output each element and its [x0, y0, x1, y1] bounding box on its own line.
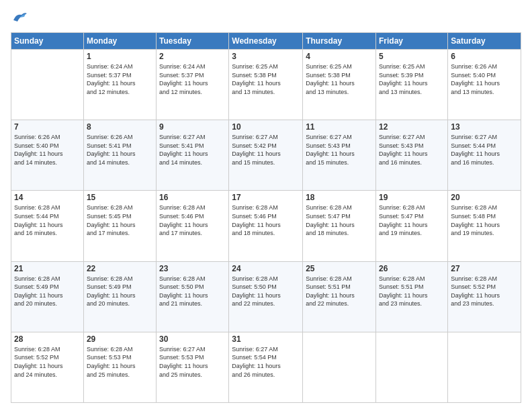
day-number: 18 — [306, 193, 373, 202]
day-info: Sunrise: 6:28 AM Sunset: 5:52 PM Dayligh… — [451, 275, 518, 308]
day-number: 13 — [451, 122, 518, 132]
day-number: 21 — [14, 264, 81, 273]
day-number: 6 — [451, 52, 518, 61]
day-info: Sunrise: 6:27 AM Sunset: 5:41 PM Dayligh… — [159, 133, 226, 167]
col-header-friday: Friday — [376, 33, 448, 50]
day-cell: 27Sunrise: 6:28 AM Sunset: 5:52 PM Dayli… — [448, 261, 521, 332]
col-header-saturday: Saturday — [448, 33, 521, 50]
day-cell: 15Sunrise: 6:28 AM Sunset: 5:45 PM Dayli… — [83, 191, 156, 261]
day-cell — [376, 332, 448, 402]
day-info: Sunrise: 6:28 AM Sunset: 5:47 PM Dayligh… — [379, 203, 445, 237]
day-info: Sunrise: 6:28 AM Sunset: 5:51 PM Dayligh… — [379, 275, 445, 308]
col-header-sunday: Sunday — [11, 33, 84, 50]
page: SundayMondayTuesdayWednesdayThursdayFrid… — [0, 0, 532, 411]
header-row: SundayMondayTuesdayWednesdayThursdayFrid… — [11, 33, 521, 50]
day-cell: 5Sunrise: 6:25 AM Sunset: 5:39 PM Daylig… — [376, 50, 448, 120]
calendar-table: SundayMondayTuesdayWednesdayThursdayFrid… — [11, 32, 521, 403]
week-row-2: 14Sunrise: 6:28 AM Sunset: 5:44 PM Dayli… — [11, 191, 521, 261]
day-info: Sunrise: 6:24 AM Sunset: 5:37 PM Dayligh… — [87, 62, 153, 96]
day-cell: 14Sunrise: 6:28 AM Sunset: 5:44 PM Dayli… — [11, 191, 84, 261]
day-number: 25 — [306, 264, 373, 273]
day-info: Sunrise: 6:28 AM Sunset: 5:50 PM Dayligh… — [159, 275, 226, 308]
day-info: Sunrise: 6:27 AM Sunset: 5:53 PM Dayligh… — [159, 345, 226, 379]
day-number: 14 — [14, 193, 81, 202]
day-cell: 13Sunrise: 6:27 AM Sunset: 5:44 PM Dayli… — [448, 120, 521, 191]
day-cell: 26Sunrise: 6:28 AM Sunset: 5:51 PM Dayli… — [376, 261, 448, 332]
day-cell: 6Sunrise: 6:26 AM Sunset: 5:40 PM Daylig… — [448, 50, 521, 120]
day-info: Sunrise: 6:27 AM Sunset: 5:43 PM Dayligh… — [379, 133, 445, 167]
day-cell: 18Sunrise: 6:28 AM Sunset: 5:47 PM Dayli… — [303, 191, 376, 261]
day-info: Sunrise: 6:25 AM Sunset: 5:39 PM Dayligh… — [379, 62, 445, 96]
day-info: Sunrise: 6:25 AM Sunset: 5:38 PM Dayligh… — [306, 62, 373, 96]
day-info: Sunrise: 6:27 AM Sunset: 5:54 PM Dayligh… — [232, 345, 300, 379]
day-number: 16 — [159, 193, 226, 202]
day-info: Sunrise: 6:24 AM Sunset: 5:37 PM Dayligh… — [159, 62, 226, 96]
day-cell: 2Sunrise: 6:24 AM Sunset: 5:37 PM Daylig… — [157, 50, 229, 120]
week-row-1: 7Sunrise: 6:26 AM Sunset: 5:40 PM Daylig… — [11, 120, 521, 191]
day-cell: 19Sunrise: 6:28 AM Sunset: 5:47 PM Dayli… — [376, 191, 448, 261]
day-info: Sunrise: 6:28 AM Sunset: 5:44 PM Dayligh… — [14, 203, 81, 237]
day-info: Sunrise: 6:27 AM Sunset: 5:43 PM Dayligh… — [306, 133, 373, 167]
day-cell: 30Sunrise: 6:27 AM Sunset: 5:53 PM Dayli… — [157, 332, 229, 402]
day-cell: 28Sunrise: 6:28 AM Sunset: 5:52 PM Dayli… — [11, 332, 84, 402]
day-cell: 31Sunrise: 6:27 AM Sunset: 5:54 PM Dayli… — [229, 332, 303, 402]
col-header-monday: Monday — [83, 33, 156, 50]
day-number: 27 — [451, 264, 518, 273]
day-number: 17 — [232, 193, 300, 202]
day-info: Sunrise: 6:28 AM Sunset: 5:53 PM Dayligh… — [87, 345, 153, 379]
day-number: 12 — [379, 122, 445, 132]
logo — [11, 8, 32, 27]
day-number: 5 — [379, 52, 445, 61]
day-info: Sunrise: 6:28 AM Sunset: 5:48 PM Dayligh… — [451, 203, 518, 237]
logo-icon — [11, 8, 30, 27]
week-row-3: 21Sunrise: 6:28 AM Sunset: 5:49 PM Dayli… — [11, 261, 521, 332]
day-cell: 11Sunrise: 6:27 AM Sunset: 5:43 PM Dayli… — [303, 120, 376, 191]
day-cell: 12Sunrise: 6:27 AM Sunset: 5:43 PM Dayli… — [376, 120, 448, 191]
day-info: Sunrise: 6:28 AM Sunset: 5:46 PM Dayligh… — [159, 203, 226, 237]
col-header-wednesday: Wednesday — [229, 33, 303, 50]
day-cell: 24Sunrise: 6:28 AM Sunset: 5:50 PM Dayli… — [229, 261, 303, 332]
day-number: 24 — [232, 264, 300, 273]
day-number: 10 — [232, 122, 300, 132]
week-row-0: 1Sunrise: 6:24 AM Sunset: 5:37 PM Daylig… — [11, 50, 521, 120]
day-info: Sunrise: 6:28 AM Sunset: 5:46 PM Dayligh… — [232, 203, 300, 237]
day-info: Sunrise: 6:28 AM Sunset: 5:49 PM Dayligh… — [14, 275, 81, 308]
day-cell: 23Sunrise: 6:28 AM Sunset: 5:50 PM Dayli… — [157, 261, 229, 332]
week-row-4: 28Sunrise: 6:28 AM Sunset: 5:52 PM Dayli… — [11, 332, 521, 402]
day-number: 2 — [159, 52, 226, 61]
day-number: 22 — [87, 264, 153, 273]
day-number: 20 — [451, 193, 518, 202]
col-header-thursday: Thursday — [303, 33, 376, 50]
day-number: 1 — [87, 52, 153, 61]
day-cell: 16Sunrise: 6:28 AM Sunset: 5:46 PM Dayli… — [157, 191, 229, 261]
day-cell — [11, 50, 84, 120]
day-number: 11 — [306, 122, 373, 132]
day-cell: 7Sunrise: 6:26 AM Sunset: 5:40 PM Daylig… — [11, 120, 84, 191]
day-info: Sunrise: 6:26 AM Sunset: 5:41 PM Dayligh… — [87, 133, 153, 167]
day-number: 4 — [306, 52, 373, 61]
day-number: 30 — [159, 334, 226, 344]
day-cell: 25Sunrise: 6:28 AM Sunset: 5:51 PM Dayli… — [303, 261, 376, 332]
day-number: 15 — [87, 193, 153, 202]
day-number: 3 — [232, 52, 300, 61]
day-info: Sunrise: 6:26 AM Sunset: 5:40 PM Dayligh… — [451, 62, 518, 96]
header — [11, 8, 521, 27]
day-number: 7 — [14, 122, 81, 132]
day-cell: 10Sunrise: 6:27 AM Sunset: 5:42 PM Dayli… — [229, 120, 303, 191]
day-cell: 17Sunrise: 6:28 AM Sunset: 5:46 PM Dayli… — [229, 191, 303, 261]
day-info: Sunrise: 6:26 AM Sunset: 5:40 PM Dayligh… — [14, 133, 81, 167]
day-number: 23 — [159, 264, 226, 273]
day-number: 19 — [379, 193, 445, 202]
day-info: Sunrise: 6:28 AM Sunset: 5:47 PM Dayligh… — [306, 203, 373, 237]
day-info: Sunrise: 6:27 AM Sunset: 5:44 PM Dayligh… — [451, 133, 518, 167]
day-cell: 4Sunrise: 6:25 AM Sunset: 5:38 PM Daylig… — [303, 50, 376, 120]
day-cell: 8Sunrise: 6:26 AM Sunset: 5:41 PM Daylig… — [83, 120, 156, 191]
day-number: 28 — [14, 334, 81, 344]
day-cell: 3Sunrise: 6:25 AM Sunset: 5:38 PM Daylig… — [229, 50, 303, 120]
day-number: 26 — [379, 264, 445, 273]
day-info: Sunrise: 6:28 AM Sunset: 5:50 PM Dayligh… — [232, 275, 300, 308]
day-info: Sunrise: 6:28 AM Sunset: 5:49 PM Dayligh… — [87, 275, 153, 308]
day-cell: 9Sunrise: 6:27 AM Sunset: 5:41 PM Daylig… — [157, 120, 229, 191]
day-cell — [448, 332, 521, 402]
day-cell: 20Sunrise: 6:28 AM Sunset: 5:48 PM Dayli… — [448, 191, 521, 261]
